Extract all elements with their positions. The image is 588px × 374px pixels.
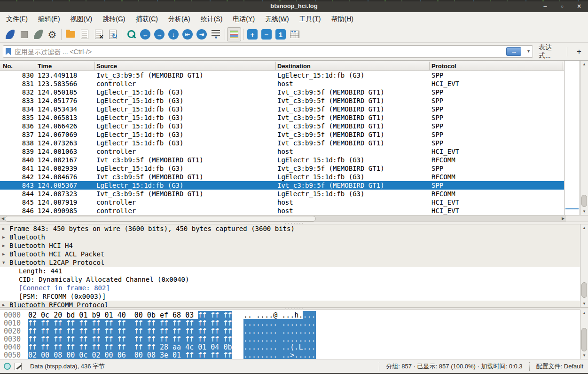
menu-item-f[interactable]: 文件(F) xyxy=(1,13,33,26)
detail-row[interactable]: [PSM: RFCOMM (0x0003)] xyxy=(0,292,580,301)
minimize-button[interactable]: – xyxy=(540,1,550,11)
capture-options-button[interactable]: ⚙ xyxy=(45,27,59,41)
packet-list-vscrollbar[interactable]: ▲ ▼ xyxy=(580,61,588,215)
expression-button[interactable]: 表达式... xyxy=(539,43,559,60)
hex-row[interactable]: 0020ff ff ff ff ff ff ff ff ff ff ff ff … xyxy=(0,327,580,335)
reload-file-button[interactable]: ↻ xyxy=(106,27,120,41)
scroll-right-icon[interactable]: ▶ xyxy=(560,215,566,222)
go-to-packet-button[interactable]: ↓ xyxy=(166,27,180,41)
close-button[interactable]: × xyxy=(574,1,584,11)
scroll-down-icon[interactable]: ▼ xyxy=(580,208,588,215)
column-separator[interactable] xyxy=(563,62,563,70)
column-separator[interactable] xyxy=(36,62,36,70)
scroll-thumb[interactable] xyxy=(581,282,587,298)
packet-row[interactable]: 840124.082167Ivt_c3:b9:5f (MEMOBIRD GT1)… xyxy=(0,156,564,164)
column-header-source[interactable]: Source xyxy=(96,63,117,70)
go-first-packet-button[interactable]: ⇤ xyxy=(180,27,195,41)
filter-history-caret-icon[interactable]: ▾ xyxy=(527,48,530,54)
scroll-down-icon[interactable]: ▼ xyxy=(580,301,588,307)
filter-bookmark-icon[interactable] xyxy=(6,48,11,55)
expert-info-icon[interactable] xyxy=(4,363,11,370)
scroll-thumb[interactable] xyxy=(5,216,316,222)
packet-list-hscrollbar[interactable]: ◀ ▶ xyxy=(0,215,566,222)
menu-item-w[interactable]: 无线(W) xyxy=(260,13,294,26)
collapsed-expander-icon[interactable]: ▶ xyxy=(2,241,5,250)
hex-row[interactable]: 0040ff ff ff ff ff ff ff ff ff ff 28 aa … xyxy=(0,343,580,351)
column-header-time[interactable]: Time xyxy=(38,63,52,70)
display-filter-field[interactable]: → ▾ xyxy=(3,45,533,58)
packet-row[interactable]: 832124.050185LgElectr_15:1d:fb (G3)Ivt_c… xyxy=(0,88,564,96)
zoom-original-button[interactable]: 1 xyxy=(274,27,288,41)
scroll-thumb[interactable] xyxy=(581,195,587,207)
packet-row[interactable]: 839124.081063controllerhostHCI_EVT xyxy=(0,147,564,156)
menu-item-t[interactable]: 工具(T) xyxy=(294,13,326,26)
detail-row[interactable]: ▶Bluetooth HCI ACL Packet xyxy=(0,250,580,258)
collapsed-expander-icon[interactable]: ▶ xyxy=(2,301,5,307)
packet-row[interactable]: 835124.065813LgElectr_15:1d:fb (G3)Ivt_c… xyxy=(0,113,564,122)
menu-item-c[interactable]: 捕获(C) xyxy=(131,13,163,26)
menu-item-s[interactable]: 统计(S) xyxy=(196,13,228,26)
menu-item-e[interactable]: 编辑(E) xyxy=(33,13,65,26)
detail-row[interactable]: ▶Bluetooth xyxy=(0,233,580,241)
menu-item-g[interactable]: 跳转(G) xyxy=(97,13,130,26)
go-last-packet-button[interactable]: ⇥ xyxy=(195,27,209,41)
detail-link[interactable]: [Connect in frame: 802] xyxy=(19,284,110,292)
auto-scroll-button[interactable]: ▼ xyxy=(209,27,223,41)
capture-restart-button[interactable] xyxy=(31,27,45,41)
collapsed-expander-icon[interactable]: ▶ xyxy=(2,233,5,241)
collapsed-expander-icon[interactable]: ▶ xyxy=(2,250,5,258)
packet-row[interactable]: 845124.087919controllerhostHCI_EVT xyxy=(0,198,564,207)
menu-item-h[interactable]: 帮助(H) xyxy=(326,13,359,26)
capture-stop-button[interactable] xyxy=(17,27,31,41)
packet-row[interactable]: 846124.090985controllerhostHCI_EVT xyxy=(0,207,564,215)
detail-row[interactable]: Length: 441 xyxy=(0,267,580,275)
details-vscrollbar[interactable]: ▲ ▼ xyxy=(580,224,588,307)
hex-row[interactable]: 005002 00 08 00 0c 02 00 06 00 08 3e 01 … xyxy=(0,351,580,359)
maximize-button[interactable]: ▫ xyxy=(557,1,567,11)
menu-item-a[interactable]: 分析(A) xyxy=(163,13,196,26)
status-profile[interactable]: 配置文件: Default xyxy=(536,362,583,371)
detail-row[interactable]: CID: Dynamically Allocated Channel (0x00… xyxy=(0,275,580,284)
packet-row[interactable]: 831123.583566controllerhostHCI_EVT xyxy=(0,80,564,88)
colorize-button[interactable] xyxy=(227,27,241,41)
packet-row[interactable]: 830123.449118Ivt_c3:b9:5f (MEMOBIRD GT1)… xyxy=(0,71,564,80)
packet-row[interactable]: 842124.084676Ivt_c3:b9:5f (MEMOBIRD GT1)… xyxy=(0,173,564,181)
detail-row[interactable]: ▼Bluetooth L2CAP Protocol xyxy=(0,258,580,267)
column-separator[interactable] xyxy=(429,62,430,70)
packet-row[interactable]: 838124.073263LgElectr_15:1d:fb (G3)Ivt_c… xyxy=(0,139,564,147)
collapsed-expander-icon[interactable]: ▶ xyxy=(2,224,5,233)
packet-row[interactable]: 836124.066426LgElectr_15:1d:fb (G3)Ivt_c… xyxy=(0,122,564,130)
column-separator[interactable] xyxy=(94,62,95,70)
packet-list-minimap[interactable] xyxy=(564,61,580,215)
packet-row[interactable]: 834124.053434LgElectr_15:1d:fb (G3)Ivt_c… xyxy=(0,105,564,113)
open-file-button[interactable] xyxy=(63,27,78,41)
capture-comment-icon[interactable] xyxy=(15,363,22,370)
titlebar[interactable]: btsnoop_hci.log –▫× xyxy=(0,0,588,12)
column-header-no[interactable]: No. xyxy=(3,63,13,70)
column-header-destination[interactable]: Destination xyxy=(277,63,311,70)
find-packet-button[interactable] xyxy=(124,27,138,41)
scroll-up-icon[interactable]: ▲ xyxy=(580,61,588,67)
hex-row[interactable]: 000002 0c 20 bd 01 b9 01 40 00 0b ef 68 … xyxy=(0,311,580,319)
hex-row[interactable]: 0010ff ff ff ff ff ff ff ff ff ff ff ff … xyxy=(0,319,580,327)
add-filter-button[interactable]: + xyxy=(573,47,585,56)
packet-row[interactable]: 833124.051776LgElectr_15:1d:fb (G3)Ivt_c… xyxy=(0,96,564,105)
apply-filter-button[interactable]: → xyxy=(506,47,521,56)
go-forward-button[interactable]: → xyxy=(152,27,166,41)
packet-row[interactable]: 841124.082939LgElectr_15:1d:fb (G3)Ivt_c… xyxy=(0,164,564,173)
detail-row[interactable]: ▶Bluetooth HCI H4 xyxy=(0,241,580,250)
column-header-protocol[interactable]: Protocol xyxy=(431,63,456,70)
close-file-button[interactable]: × xyxy=(92,27,106,41)
menu-item-v[interactable]: 视图(V) xyxy=(65,13,98,26)
hex-vscrollbar[interactable]: ▲ ▼ xyxy=(580,310,588,359)
scroll-up-icon[interactable]: ▲ xyxy=(580,225,588,231)
zoom-in-button[interactable]: + xyxy=(245,27,259,41)
capture-start-button[interactable] xyxy=(3,27,17,41)
detail-row[interactable]: ▶Bluetooth RFCOMM Protocol xyxy=(0,301,580,307)
zoom-out-button[interactable]: − xyxy=(259,27,274,41)
detail-row[interactable]: ▶Frame 843: 450 bytes on wire (3600 bits… xyxy=(0,224,580,233)
column-separator[interactable] xyxy=(275,62,276,70)
save-file-button[interactable] xyxy=(78,27,92,41)
packet-row[interactable]: 837124.067069LgElectr_15:1d:fb (G3)Ivt_c… xyxy=(0,130,564,139)
scroll-up-icon[interactable]: ▲ xyxy=(580,310,588,316)
